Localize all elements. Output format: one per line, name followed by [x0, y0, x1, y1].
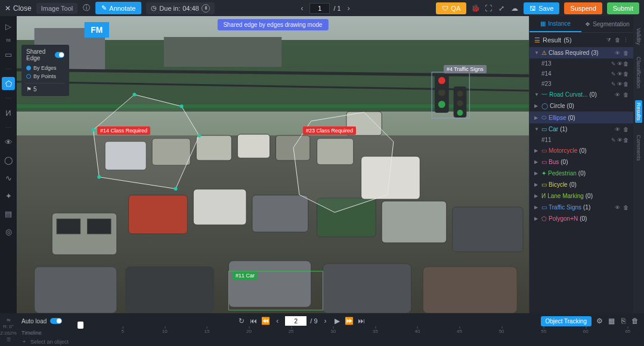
cat-bicycle[interactable]: ▶▭Bicycle(0) — [530, 179, 633, 190]
list-item[interactable]: #23✎👁🗑 — [530, 79, 633, 89]
auto-load-toggle[interactable] — [50, 318, 62, 324]
annotation-tag-11[interactable]: #11 Car — [233, 271, 258, 280]
vtab-classification[interactable]: Classification — [636, 57, 642, 88]
cat-pedestrian[interactable]: ▶✦Pedestrian(0) — [530, 168, 633, 179]
cat-class-required[interactable]: ▼⚠Class Required(3)👁🗑 — [530, 47, 633, 58]
point-count: ⚑5 — [26, 86, 64, 92]
cat-ellipse[interactable]: ▶⬭Ellipse(0) — [530, 112, 633, 123]
eye-icon: 👁 — [617, 61, 623, 67]
trash-icon[interactable]: 🗑 — [631, 317, 639, 325]
tab-instance[interactable]: ▦Instance — [530, 16, 581, 32]
suspend-button[interactable]: Suspend — [564, 2, 602, 14]
trash-icon[interactable]: 🗑 — [623, 50, 628, 56]
rect-tool[interactable]: ▭ — [2, 48, 15, 61]
svg-rect-9 — [57, 219, 80, 234]
more-dots-1[interactable]: ⋯ — [5, 66, 12, 72]
gear-icon[interactable]: ⚙ — [595, 317, 603, 325]
right-panel: ▦Instance ❖Segmentation ☰ Result(5) ⧩ 🗑 … — [529, 16, 633, 313]
disk-icon: 🖫 — [530, 5, 536, 12]
step-back-icon[interactable]: ⏪ — [261, 317, 270, 325]
cat-circle[interactable]: ▶◯Circle(0) — [530, 100, 633, 112]
loop-icon[interactable]: ↻ — [237, 317, 246, 325]
circle-tool[interactable]: ◯ — [2, 153, 15, 166]
vtab-validity[interactable]: Validity — [636, 28, 642, 45]
more-icon[interactable]: ⋮ — [623, 37, 628, 43]
target-tool[interactable]: ◎ — [2, 225, 15, 238]
annotation-tag-23[interactable]: #23 Class Required — [303, 126, 356, 135]
vtab-results[interactable]: Results — [635, 100, 642, 123]
play-icon[interactable]: ▶ — [333, 317, 342, 325]
annotation-tag-4[interactable]: #4 Traffic Signs — [444, 65, 487, 73]
svg-rect-25 — [237, 134, 270, 158]
timeline-ruler[interactable]: 5101520253035404550556065 — [69, 329, 639, 337]
cloud-icon[interactable]: ☁ — [510, 4, 519, 13]
frame-input[interactable] — [285, 316, 306, 326]
polygon-tool[interactable]: ⬠ — [2, 77, 15, 90]
cat-traffic[interactable]: ▶▭Traffic Signs(1)👁🗑 — [530, 202, 633, 213]
rect-icon: ▭ — [541, 204, 547, 211]
object-tracking-button[interactable]: Object Tracking — [541, 316, 592, 326]
svg-rect-14 — [317, 198, 376, 237]
cat-bus[interactable]: ▶▭Bus(0) — [530, 156, 633, 168]
vertical-side-tabs: Validity Classification Results Comments — [633, 16, 644, 313]
more-dots-2[interactable]: ⋯ — [5, 95, 12, 101]
pause-icon[interactable]: ⏸ — [202, 4, 210, 13]
timeline[interactable]: Timeline 5101520253035404550556065 — [17, 329, 644, 337]
next-frame-icon[interactable]: › — [321, 317, 330, 325]
cat-polygon[interactable]: ▶⬠Polygon+N(0) — [530, 213, 633, 224]
list-item[interactable]: #14✎👁🗑 — [530, 69, 633, 79]
eye-tool[interactable]: 👁 — [2, 135, 15, 149]
end-icon[interactable]: ⏭ — [357, 317, 366, 325]
layers-tool[interactable]: ▤ — [2, 207, 15, 220]
svg-rect-7 — [17, 104, 529, 108]
mode-tooltip: Shared edge by edges drawing mode — [217, 19, 328, 30]
cursor-tool[interactable]: ▷ — [2, 20, 15, 33]
svg-point-35 — [457, 91, 463, 97]
qa-button[interactable]: 🛡QA — [436, 2, 466, 14]
filter-icon[interactable]: ⧩ — [606, 37, 612, 43]
list-item[interactable]: #13✎👁🗑 — [530, 58, 633, 69]
shared-edge-toggle[interactable] — [55, 52, 64, 58]
expand-icon[interactable]: ⛶ — [484, 4, 493, 13]
annotate-button[interactable]: ✎Annotate — [95, 2, 141, 14]
grid-icon[interactable]: ▦ — [607, 317, 615, 325]
settings-icon[interactable]: ☰ — [7, 337, 11, 342]
result-header: ☰ Result(5) ⧩ 🗑 ⋮ — [530, 33, 633, 47]
next-icon[interactable]: › — [345, 4, 353, 13]
bug-icon[interactable]: 🐞 — [471, 4, 479, 13]
ellipse-icon: ⬭ — [541, 114, 547, 121]
cat-road[interactable]: ▼〰Road Curvat...(0)👁🗑 — [530, 89, 633, 100]
select-object-row[interactable]: ＋ Select an object — [17, 337, 644, 346]
prev-frame-icon[interactable]: ‹ — [273, 317, 281, 325]
cat-car[interactable]: ▼▭Car(1)👁🗑 — [530, 123, 633, 135]
magic-tool[interactable]: ✦ — [2, 189, 15, 202]
curve-tool[interactable]: ∿ — [2, 171, 15, 184]
playhead[interactable] — [78, 322, 83, 329]
step-fwd-icon[interactable]: ⏩ — [345, 317, 354, 325]
delete-all-icon[interactable]: 🗑 — [614, 37, 620, 43]
result-list: ▼⚠Class Required(3)👁🗑 #13✎👁🗑 #14✎👁🗑 #23✎… — [530, 47, 633, 313]
plus-icon[interactable]: ＋ — [21, 338, 27, 345]
close-button[interactable]: ✕Close — [5, 4, 32, 13]
info-icon[interactable]: ⓘ — [82, 4, 91, 13]
cat-motorcycle[interactable]: ▶▭Motorcycle(0) — [530, 145, 633, 156]
list-item[interactable]: #11✎👁🗑 — [530, 135, 633, 145]
rewind-icon[interactable]: ⏮ — [249, 317, 258, 325]
eye-icon[interactable]: 👁 — [614, 50, 620, 56]
submit-button[interactable]: Submit — [607, 2, 639, 14]
more-dots-3[interactable]: ⋯ — [5, 124, 12, 131]
tab-segmentation[interactable]: ❖Segmentation — [581, 16, 633, 32]
canvas[interactable]: FM — [17, 16, 529, 313]
vtab-comments[interactable]: Comments — [636, 135, 642, 161]
radio-by-edges[interactable]: By Edges — [26, 64, 64, 72]
copy-icon[interactable]: ⎘ — [619, 317, 627, 325]
radio-by-points[interactable]: By Points — [26, 72, 64, 81]
fullscreen-icon[interactable]: ⤢ — [497, 4, 506, 13]
prev-icon[interactable]: ‹ — [298, 4, 306, 13]
annotation-tag-14[interactable]: #14 Class Required — [97, 126, 150, 135]
save-button[interactable]: 🖫Save — [524, 2, 559, 14]
page-input[interactable] — [309, 3, 330, 14]
shared-edge-popup: Shared Edge By Edges By Points ⚑5 — [21, 45, 69, 96]
cat-lane[interactable]: ▶ИLane Marking(0) — [530, 190, 633, 202]
polyline-tool[interactable]: И — [2, 106, 15, 119]
